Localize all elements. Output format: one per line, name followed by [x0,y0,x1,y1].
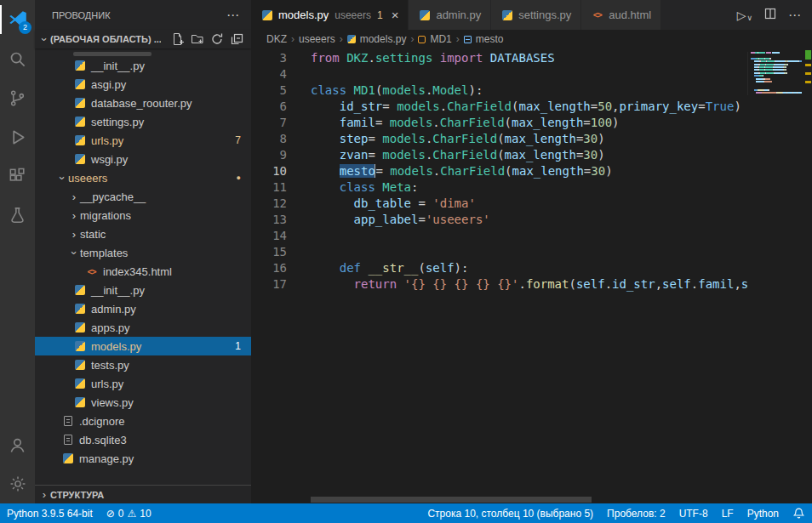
breadcrumb-item[interactable]: mesto [464,33,504,45]
python-file-icon [73,359,86,372]
cursor-position-status[interactable]: Строка 10, столбец 10 (выбрано 5) [420,503,600,523]
code-line[interactable]: 9 zvan= models.CharField(max_length=30) [251,147,747,163]
extensions-icon[interactable] [0,156,35,196]
new-file-icon[interactable] [170,31,186,47]
eol-status[interactable]: LF [715,503,741,523]
tree-item[interactable]: ›__pycache__ [35,187,251,206]
python-file-icon [73,153,86,166]
html-file-icon: <> [591,9,603,21]
outline-section-label: СТРУКТУРА [50,490,104,500]
split-editor-button[interactable] [763,7,777,24]
notifications-bell-icon[interactable] [786,503,812,523]
code-line[interactable]: 3from DKZ.settings import DATABASES [251,50,747,66]
symbol-field-icon [464,36,472,43]
collapse-all-icon[interactable] [229,31,244,47]
code-line[interactable]: 6 id_str= models.CharField(max_length=50… [251,99,747,115]
close-icon[interactable]: × [392,9,399,21]
tab-admin.py[interactable]: admin.py [409,0,491,30]
breadcrumb-item[interactable]: MD1 [418,33,451,45]
code-line[interactable]: 4 [251,66,747,82]
breadcrumb-item[interactable]: DKZ [266,33,287,45]
code-text: zvan= models.CharField(max_length=30) [311,147,605,163]
tree-item[interactable]: models.py1 [35,337,251,355]
breadcrumb-item[interactable]: useeers [299,33,335,45]
tree-item[interactable]: ›migrations [35,206,251,225]
tree-item[interactable]: apps.py [35,318,251,337]
status-bar: Python 3.9.5 64-bit⊘0⚠10 Строка 10, стол… [0,503,812,523]
tree-item[interactable]: database_roouter.py [35,94,251,112]
tree-item[interactable]: ›static [35,225,251,243]
code-editor[interactable]: 3from DKZ.settings import DATABASES45cla… [251,48,812,503]
more-actions-icon[interactable]: ⋯ [226,8,239,23]
settings-gear-icon[interactable] [0,464,35,503]
horizontal-scrollbar[interactable] [311,497,592,503]
error-count: 0 [118,508,124,520]
code-line[interactable]: 14 [251,228,747,244]
tree-item[interactable]: urls.py7 [35,131,251,150]
tab-dir-hint: useeers [335,9,371,21]
python-icon [75,135,85,145]
tree-item[interactable]: urls.py [35,374,251,393]
problems-status[interactable]: ⊘0⚠10 [100,503,158,523]
tree-item[interactable]: .dcignore [35,412,251,430]
tree-item[interactable]: views.py [35,393,251,412]
python-file-icon [500,9,513,21]
code-token: self [426,261,455,275]
tree-item-label: useeers [68,172,107,185]
indentation-status[interactable]: Пробелов: 2 [600,503,672,523]
tree-item[interactable]: __init__.py [35,56,251,75]
code-token: = [411,196,432,210]
ruler-mark-warning [805,72,811,75]
code-token: 30 [583,148,598,162]
tree-item[interactable]: db.sqlite3 [35,430,251,449]
tree-item[interactable]: asgi.py [35,75,251,94]
language-mode-status[interactable]: Python [741,503,786,523]
editor-area: models.pyuseeers1×admin.pysettings.py<>a… [251,0,812,503]
code-text: step= models.CharField(max_length=30) [311,131,605,147]
code-token: True [706,99,735,113]
code-line[interactable]: 17 return '{} {} {} {} {}'.format(self.i… [251,276,747,293]
tree-item[interactable]: manage.py [35,449,251,468]
code-line[interactable]: 7 famil= models.CharField(max_length=100… [251,115,747,131]
refresh-icon[interactable] [209,31,225,47]
tree-item[interactable]: wsgi.py [35,150,251,168]
code-token: ) [598,132,604,145]
code-line[interactable]: 8 step= models.CharField(max_length=30) [251,131,747,147]
python-interpreter-status[interactable]: Python 3.9.5 64-bit [0,503,100,523]
testing-icon[interactable] [0,196,35,235]
sidebar-title-bar: ПРОВОДНИК ⋯ [35,0,251,30]
chevron-down-icon[interactable]: ∨ [746,14,752,22]
more-actions-icon[interactable]: ⋯ [788,8,801,23]
code-token: . [691,277,698,291]
tree-item[interactable]: <>index345.html [35,262,251,281]
tree-item[interactable]: ›useeers● [35,168,251,187]
tab-models.py[interactable]: models.pyuseeers1× [251,0,409,30]
new-folder-icon[interactable] [190,31,205,47]
vscode-logo-icon[interactable]: 2 [0,0,35,39]
tab-aud.html[interactable]: <>aud.html [581,0,661,30]
encoding-status[interactable]: UTF-8 [672,503,715,523]
code-line[interactable]: 13 app_label='useeers' [251,212,747,228]
search-icon[interactable] [0,39,35,78]
breadcrumb-item[interactable]: models.py [347,33,407,45]
workspace-section-header[interactable]: (РАБОЧАЯ ОБЛАСТЬ) ... [35,30,251,48]
code-line[interactable]: 12 db_table = 'dima' [251,196,747,212]
tree-item[interactable]: admin.py [35,299,251,318]
outline-section-header[interactable]: СТРУКТУРА [35,485,251,503]
tab-settings.py[interactable]: settings.py [491,0,581,30]
source-control-icon[interactable] [0,78,35,117]
tree-item[interactable]: tests.py [35,355,251,374]
code-token: primary_key [620,99,699,113]
tree-item[interactable]: __init__.py [35,281,251,299]
code-line[interactable]: 16 def __str__(self): [251,260,747,276]
code-line[interactable]: 5class MD1(models.Model): [251,82,747,99]
minimap[interactable] [747,52,804,95]
run-and-debug-icon[interactable] [0,117,35,156]
tree-item[interactable]: ›templates [35,243,251,262]
run-python-file-button[interactable]: ▷ ∨ [737,9,752,22]
code-line[interactable]: 11 class Meta: [251,179,747,196]
tree-item[interactable]: settings.py [35,112,251,131]
code-line[interactable]: 10 mesto= models.CharField(max_length=30… [251,163,747,179]
code-line[interactable]: 15 [251,244,747,260]
account-icon[interactable] [0,425,35,464]
